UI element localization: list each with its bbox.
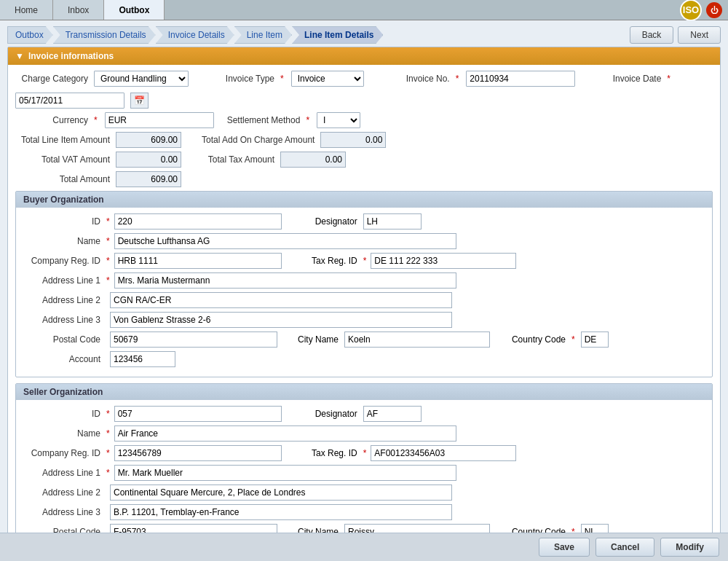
settlement-required: * — [306, 115, 309, 125]
cancel-button[interactable]: Cancel — [596, 538, 654, 557]
invoice-date-input[interactable] — [15, 93, 124, 109]
total-tax-input — [280, 152, 346, 168]
breadcrumb-lineitem[interactable]: Line Item — [234, 26, 292, 44]
power-button[interactable]: ⏻ — [706, 2, 722, 18]
buyer-country-label: Country Code — [507, 334, 566, 345]
buyer-company-reg-label: Company Reg. ID — [23, 256, 103, 266]
seller-name-row: Name * — [23, 425, 705, 442]
buyer-city-input[interactable] — [344, 332, 490, 348]
seller-company-reg-row: Company Reg. ID * Tax Reg. ID * — [23, 445, 705, 461]
seller-postal-row: Postal Code City Name Country Code * — [23, 524, 705, 533]
breadcrumb: Outbox Transmission Details Invoice Deta… — [7, 26, 381, 44]
seller-country-input[interactable] — [581, 524, 609, 533]
invoice-date-required: * — [667, 74, 670, 84]
seller-addr2-row: Address Line 2 — [23, 484, 705, 501]
seller-tax-reg-input[interactable] — [371, 445, 516, 461]
buyer-addr3-row: Address Line 3 — [23, 312, 705, 328]
tab-inbox[interactable]: Inbox — [53, 0, 104, 20]
settlement-method-label: Settlement Method — [227, 115, 301, 125]
invoice-row2: Currency * Settlement Method * I B C — [15, 112, 713, 128]
buyer-id-input[interactable] — [114, 213, 282, 230]
buyer-addr3-input[interactable] — [110, 312, 452, 328]
currency-required: * — [94, 115, 98, 125]
save-button[interactable]: Save — [539, 538, 590, 557]
breadcrumb-outbox[interactable]: Outbox — [7, 26, 53, 44]
buyer-tax-reg-input[interactable] — [371, 253, 516, 269]
content-scroll[interactable]: ▼ Invoice informations Charge Category G… — [0, 47, 728, 533]
seller-addr2-label: Address Line 2 — [23, 487, 103, 498]
total-amount-input — [116, 171, 181, 187]
seller-designator-input[interactable] — [363, 406, 422, 422]
buyer-addr2-row: Address Line 2 — [23, 292, 705, 308]
top-bar-right: ISO ⏻ — [680, 0, 728, 20]
seller-company-reg-label: Company Reg. ID — [23, 448, 103, 458]
buyer-name-input[interactable] — [114, 233, 456, 249]
seller-addr2-input[interactable] — [110, 484, 452, 501]
buyer-addr1-row: Address Line 1 * — [23, 272, 705, 289]
total-vat-label: Total VAT Amount — [15, 154, 110, 165]
buyer-addr1-input[interactable] — [114, 272, 456, 289]
nav-buttons: Back Next — [630, 26, 721, 44]
modify-button[interactable]: Modify — [660, 538, 719, 557]
total-vat-input — [116, 152, 181, 168]
breadcrumb-invoice[interactable]: Invoice Details — [156, 26, 234, 44]
invoice-date-label: Invoice Date — [588, 74, 661, 84]
section-triangle: ▼ — [15, 51, 24, 61]
seller-addr1-input[interactable] — [114, 465, 456, 481]
invoice-row5: Total Amount — [15, 171, 713, 187]
tab-outbox[interactable]: Outbox — [104, 0, 165, 20]
seller-city-input[interactable] — [344, 524, 490, 533]
main-content: Outbox Transmission Details Invoice Deta… — [0, 20, 728, 561]
date-picker-button[interactable]: 📅 — [130, 93, 149, 109]
seller-id-input[interactable] — [114, 406, 282, 422]
buyer-country-input[interactable] — [581, 332, 609, 348]
buyer-id-label: ID — [23, 216, 103, 227]
breadcrumb-lineitem-details[interactable]: Line Item Details — [292, 26, 383, 44]
breadcrumb-transmission[interactable]: Transmission Details — [53, 26, 156, 44]
seller-country-label: Country Code — [507, 527, 566, 533]
invoice-type-label: Invoice Type — [202, 74, 274, 84]
buyer-postal-input[interactable] — [110, 332, 277, 348]
buyer-name-label: Name — [23, 236, 103, 246]
invoice-section: ▼ Invoice informations Charge Category G… — [7, 47, 721, 533]
buyer-account-input[interactable] — [110, 351, 175, 367]
buyer-org-section: Buyer Organization ID * Designator Name … — [15, 191, 713, 377]
buyer-org-header: Buyer Organization — [16, 192, 712, 208]
total-amount-label: Total Amount — [15, 174, 110, 184]
buyer-company-reg-row: Company Reg. ID * Tax Reg. ID * — [23, 253, 705, 269]
seller-addr3-input[interactable] — [110, 504, 452, 520]
invoice-section-header: ▼ Invoice informations — [8, 47, 720, 65]
seller-org-body: ID * Designator Name * Company — [16, 400, 712, 533]
seller-name-input[interactable] — [114, 425, 456, 442]
seller-addr3-row: Address Line 3 — [23, 504, 705, 520]
charge-category-select[interactable]: Ground Handling — [94, 71, 189, 87]
settlement-method-select[interactable]: I B C — [317, 112, 360, 128]
invoice-no-input[interactable] — [466, 71, 575, 87]
seller-company-reg-input[interactable] — [114, 445, 282, 461]
seller-id-label: ID — [23, 409, 103, 419]
total-add-on-input — [320, 132, 386, 148]
invoice-type-select[interactable]: Invoice Credit Note Debit Note — [291, 71, 364, 87]
buyer-addr2-label: Address Line 2 — [23, 295, 103, 305]
buyer-designator-input[interactable] — [363, 213, 422, 230]
charge-category-label: Charge Category — [15, 74, 88, 84]
invoice-no-label: Invoice No. — [377, 74, 450, 84]
tab-home[interactable]: Home — [0, 0, 53, 20]
currency-input[interactable] — [105, 112, 214, 128]
buyer-addr2-input[interactable] — [110, 292, 452, 308]
buyer-company-reg-input[interactable] — [114, 253, 282, 269]
seller-id-row: ID * Designator — [23, 406, 705, 422]
invoice-row4: Total VAT Amount Total Tax Amount — [15, 152, 713, 168]
seller-postal-input[interactable] — [110, 524, 277, 533]
next-button[interactable]: Next — [678, 26, 721, 44]
seller-addr1-label: Address Line 1 — [23, 468, 103, 478]
back-button[interactable]: Back — [630, 26, 674, 44]
buyer-name-row: Name * — [23, 233, 705, 249]
buyer-org-body: ID * Designator Name * Company — [16, 208, 712, 377]
seller-city-label: City Name — [295, 527, 339, 533]
seller-org-section: Seller Organization ID * Designator Name… — [15, 383, 713, 533]
invoice-row3: Total Line Item Amount Total Add On Char… — [15, 132, 713, 148]
seller-addr1-row: Address Line 1 * — [23, 465, 705, 481]
buyer-addr3-label: Address Line 3 — [23, 315, 103, 325]
currency-label: Currency — [15, 115, 88, 125]
